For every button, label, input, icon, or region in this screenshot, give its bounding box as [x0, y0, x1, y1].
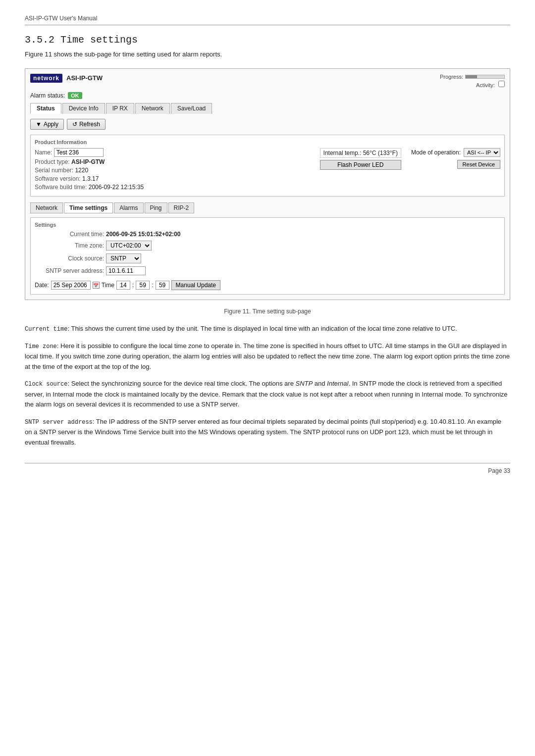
sub-tab-alarms[interactable]: Alarms	[114, 202, 143, 213]
time-second-input[interactable]	[156, 281, 169, 290]
flash-power-button[interactable]: Flash Power LED	[320, 160, 401, 170]
product-info-grid: Name: Product type: ASI-IP-GTW Serial nu…	[35, 148, 500, 192]
time-sep1: :	[132, 282, 134, 289]
alarm-status-value: OK	[68, 92, 82, 99]
apply-icon: ▼	[36, 121, 42, 128]
section-description: Figure 11 shows the sub-page for time se…	[25, 50, 510, 59]
sub-tab-rip2[interactable]: RIP-2	[168, 202, 195, 213]
alarm-status-label: Alarm status:	[30, 92, 65, 99]
name-input[interactable]	[54, 148, 104, 157]
panel-top-bar: network ASI-IP-GTW Progress: Activity:	[30, 74, 505, 88]
mode-select[interactable]: ASI <-- IP ASI --> IP	[464, 148, 500, 157]
page-number: Page 33	[488, 467, 510, 474]
calendar-icon[interactable]: 📅	[93, 282, 100, 289]
paragraph-1-text: Here it is possible to configure the loc…	[25, 342, 510, 370]
time-label: Time	[102, 282, 114, 289]
doc-header-text: ASI-IP-GTW User's Manual	[25, 15, 97, 22]
date-input[interactable]	[51, 281, 91, 290]
manual-update-button[interactable]: Manual Update	[171, 280, 220, 290]
refresh-icon: ↺	[72, 121, 77, 128]
paragraph-3-text: The IP address of the SNTP server entere…	[25, 418, 501, 446]
current-time-value: 2006-09-25 15:01:52+02:00	[106, 231, 180, 238]
activity-row: Activity:	[440, 81, 505, 88]
product-info-label: Product Information	[35, 139, 500, 145]
alarm-status-bar: Alarm status: OK	[30, 92, 505, 99]
activity-checkbox[interactable]	[498, 81, 505, 87]
doc-header: ASI-IP-GTW User's Manual	[25, 15, 510, 25]
product-type-row: Product type: ASI-IP-GTW	[35, 158, 310, 165]
time-zone-row: Time zone: UTC+02:00 UTC+00:00 UTC-05:00	[35, 241, 500, 251]
term-suffix-2: :	[67, 380, 69, 387]
brand-logo: network	[30, 74, 62, 83]
settings-section: Settings Current time: 2006-09-25 15:01:…	[30, 217, 505, 295]
toolbar: ▼ Apply ↺ Refresh	[30, 119, 505, 130]
progress-container: Progress:	[440, 74, 505, 80]
progress-bar-track	[465, 75, 505, 79]
term-time-zone: Time zone	[25, 343, 57, 350]
tab-save-load[interactable]: Save/Load	[171, 103, 212, 114]
refresh-button[interactable]: ↺ Refresh	[67, 119, 106, 130]
sub-tab-ping[interactable]: Ping	[145, 202, 167, 213]
software-version-row: Software version: 1.3.17	[35, 175, 310, 182]
product-right: Mode of operation: ASI <-- IP ASI --> IP…	[411, 148, 500, 169]
apply-button[interactable]: ▼ Apply	[30, 119, 64, 130]
device-name: ASI-IP-GTW	[66, 74, 103, 82]
tab-ip-rx[interactable]: IP RX	[106, 103, 134, 114]
device-panel: network ASI-IP-GTW Progress: Activity: A…	[25, 68, 510, 300]
section-title: 3.5.2 Time settings	[25, 34, 510, 46]
term-suffix-0: :	[67, 325, 69, 332]
panel-top-right: Progress: Activity:	[440, 74, 505, 88]
paragraph-2-text: Select the synchronizing source for the …	[25, 380, 508, 408]
sub-tab-network[interactable]: Network	[30, 202, 63, 213]
clock-source-select[interactable]: SNTP Internal	[106, 253, 141, 263]
internal-temp: Internal temp.: 56°C (133°F)	[320, 148, 401, 158]
clock-source-row: Clock source: SNTP Internal	[35, 253, 500, 263]
current-time-label: Current time:	[35, 231, 104, 238]
current-time-row: Current time: 2006-09-25 15:01:52+02:00	[35, 231, 500, 238]
product-info-section: Product Information Name: Product type: …	[30, 135, 505, 197]
progress-label: Progress:	[440, 74, 463, 80]
settings-form: Current time: 2006-09-25 15:01:52+02:00 …	[35, 231, 500, 290]
date-time-row: Date: 📅 Time : : Manual Update	[35, 280, 500, 290]
sntp-address-input[interactable]	[106, 266, 146, 275]
term-suffix-3: :	[93, 418, 95, 425]
tab-device-info[interactable]: Device Info	[62, 103, 105, 114]
progress-bar-fill	[466, 75, 477, 78]
paragraph-sntp-address: SNTP server address: The IP address of t…	[25, 417, 510, 448]
doc-footer: Page 33	[25, 463, 510, 474]
date-label: Date:	[35, 282, 49, 289]
mode-row: Mode of operation: ASI <-- IP ASI --> IP	[411, 148, 500, 157]
tab-status[interactable]: Status	[30, 103, 61, 114]
time-minute-input[interactable]	[136, 281, 150, 290]
time-zone-label: Time zone:	[35, 242, 104, 249]
settings-label: Settings	[35, 222, 500, 228]
product-left: Name: Product type: ASI-IP-GTW Serial nu…	[35, 148, 310, 192]
reset-device-button[interactable]: Reset Device	[457, 160, 500, 169]
paragraph-time-zone: Time zone: Here it is possible to config…	[25, 341, 510, 372]
term-sntp-address: SNTP server address	[25, 419, 93, 426]
tab-network[interactable]: Network	[135, 103, 170, 114]
paragraph-0-text: This shows the current time used by the …	[71, 325, 457, 332]
sntp-address-row: SNTP server address:	[35, 266, 500, 275]
term-current-time: Current time	[25, 326, 67, 333]
build-time-row: Software build time: 2006-09-22 12:15:35	[35, 184, 310, 191]
activity-label: Activity:	[476, 82, 495, 88]
product-middle: Internal temp.: 56°C (133°F) Flash Power…	[320, 148, 401, 170]
term-suffix-1: :	[57, 342, 59, 350]
clock-source-label: Clock source:	[35, 255, 104, 262]
time-hour-input[interactable]	[116, 281, 130, 290]
serial-row: Serial number: 1220	[35, 167, 310, 174]
panel-brand: network ASI-IP-GTW	[30, 74, 103, 83]
name-row: Name:	[35, 148, 310, 157]
main-tabs: Status Device Info IP RX Network Save/Lo…	[30, 103, 505, 114]
sub-tab-time-settings[interactable]: Time settings	[64, 202, 113, 213]
time-sep2: :	[152, 282, 153, 289]
paragraph-current-time: Current time: This shows the current tim…	[25, 324, 510, 334]
paragraph-clock-source: Clock source: Select the synchronizing s…	[25, 379, 510, 410]
sub-tabs: Network Time settings Alarms Ping RIP-2	[30, 202, 505, 213]
sntp-address-label: SNTP server address:	[35, 267, 104, 274]
time-zone-select[interactable]: UTC+02:00 UTC+00:00 UTC-05:00	[106, 241, 152, 251]
figure-caption: Figure 11. Time setting sub-page	[25, 308, 510, 315]
term-clock-source: Clock source	[25, 381, 67, 388]
